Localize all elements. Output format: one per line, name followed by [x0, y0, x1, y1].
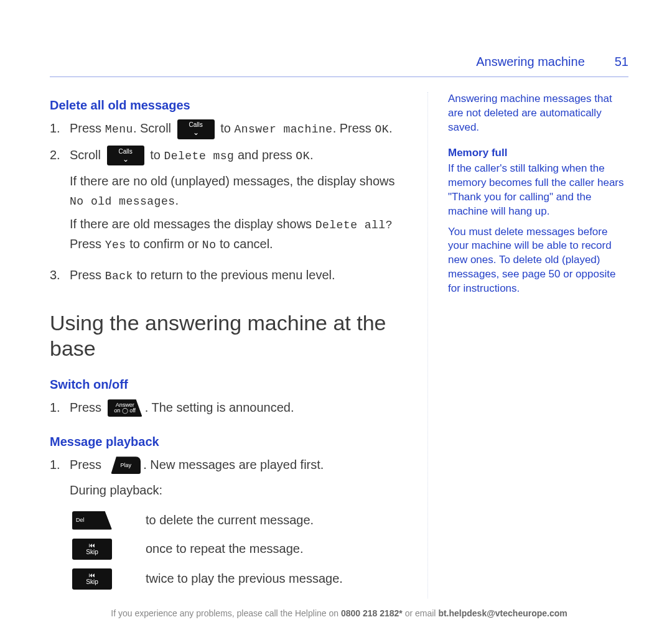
- answer-on-off-key-icon: Answeron ◯ off: [108, 399, 142, 417]
- osd-answer-machine: Answer machine: [234, 123, 332, 136]
- chevron-down-icon: ⌄: [193, 129, 199, 136]
- during-playback-label: During playback:: [70, 481, 408, 500]
- key-label: Skip: [86, 579, 98, 586]
- heading-base: Using the answering machine at the base: [50, 310, 408, 361]
- skip-back-key-icon: ⏮Skip: [72, 568, 112, 590]
- text: Press: [70, 237, 105, 251]
- text: Scroll: [70, 148, 105, 162]
- text: and press: [234, 148, 296, 162]
- step-body: Scroll Calls⌄ to Delete msg and press OK…: [70, 146, 408, 166]
- text: Press: [70, 401, 105, 414]
- osd-no: No: [202, 239, 217, 251]
- chevron-down-icon: ⌄: [123, 155, 129, 163]
- step-body: Press Menu. Scroll Calls⌄ to Answer mach…: [70, 119, 408, 139]
- step-number: 1.: [50, 119, 63, 139]
- calls-down-key-icon: Calls⌄: [107, 146, 144, 165]
- no-old-paragraph: If there are no old (unplayed) messages,…: [70, 172, 408, 211]
- key-label: Skip: [86, 549, 98, 556]
- osd-delete-all: Delete all?: [315, 219, 393, 231]
- play-key-icon: Play: [111, 457, 141, 474]
- text: . New messages are played first.: [143, 458, 324, 471]
- page: Answering machine 51 Delete all old mess…: [0, 0, 672, 635]
- page-number: 51: [615, 55, 628, 69]
- text: Press: [70, 121, 105, 135]
- running-header: Answering machine 51: [50, 55, 628, 69]
- text: . Press: [333, 121, 375, 135]
- playback-row-skip-back: ⏮Skip once to repeat the message.: [70, 539, 408, 560]
- key-label-bottom: on ◯ off: [114, 408, 136, 414]
- columns: Delete all old messages 1. Press Menu. S…: [50, 92, 628, 598]
- heading-switch: Switch on/off: [50, 378, 408, 392]
- header-rule: [50, 76, 628, 77]
- calls-down-key-icon: Calls⌄: [177, 119, 215, 139]
- osd-no-old: No old messages: [70, 195, 175, 208]
- osd-menu: Menu: [105, 123, 133, 136]
- step-body: Press Back to return to the previous men…: [70, 266, 408, 285]
- text: If there are old messages the display sh…: [70, 217, 315, 231]
- text: to: [147, 148, 164, 162]
- text: to cancel.: [216, 237, 273, 251]
- step-body: Press Play. New messages are played firs…: [70, 455, 408, 503]
- step-number: 2.: [50, 146, 63, 166]
- switch-step-1: 1. Press Answeron ◯ off. The setting is …: [50, 398, 408, 417]
- text: If there are no old (unplayed) messages,…: [70, 174, 395, 188]
- playback-row-skip-back-2: ⏮Skip twice to play the previous message…: [70, 568, 408, 590]
- text: Press: [70, 458, 105, 471]
- text: to confirm or: [126, 237, 202, 251]
- heading-delete-all: Delete all old messages: [50, 98, 408, 113]
- old-paragraph: If there are old messages the display sh…: [70, 215, 408, 254]
- delete-step-2: 2. Scroll Calls⌄ to Delete msg and press…: [50, 146, 408, 166]
- heading-playback: Message playback: [50, 435, 408, 449]
- osd-back: Back: [105, 270, 133, 282]
- step-number: 3.: [50, 266, 63, 285]
- text: to: [217, 121, 235, 135]
- delete-step-1: 1. Press Menu. Scroll Calls⌄ to Answer m…: [50, 119, 408, 139]
- text: .: [175, 193, 179, 207]
- side-note-memory-full-2: You must delete messages before your mac…: [448, 225, 628, 297]
- text: .: [310, 148, 314, 162]
- footer-text: or email: [403, 608, 439, 618]
- footer-email: bt.helpdesk@vtecheurope.com: [438, 608, 567, 618]
- playback-row-del: Del to delete the current message.: [70, 511, 408, 530]
- osd-ok: OK: [296, 150, 310, 162]
- section-title: Answering machine: [476, 55, 585, 69]
- side-note-memory-full-1: If the caller's still talking when the m…: [448, 162, 628, 219]
- playback-desc: once to repeat the message.: [146, 542, 304, 556]
- text: .: [389, 121, 393, 135]
- side-heading-memory-full: Memory full: [448, 146, 628, 160]
- page-footer: If you experience any problems, please c…: [50, 608, 628, 618]
- osd-delete-msg: Delete msg: [164, 150, 234, 162]
- side-note-autosave: Answering machine messages that are not …: [448, 92, 628, 135]
- del-key-icon: Del: [72, 511, 112, 530]
- playback-desc: to delete the current message.: [146, 513, 314, 527]
- column-divider: [427, 92, 428, 598]
- osd-yes: Yes: [105, 239, 126, 251]
- text: to return to the previous menu level.: [133, 268, 335, 282]
- text: . Scroll: [133, 121, 175, 135]
- key-label: Play: [120, 463, 131, 468]
- step-number: 1.: [50, 398, 63, 417]
- step-body: Press Answeron ◯ off. The setting is ann…: [70, 398, 408, 417]
- key-label: Del: [76, 517, 85, 523]
- footer-phone: 0800 218 2182*: [341, 608, 403, 618]
- playback-desc: twice to play the previous message.: [146, 572, 343, 586]
- main-column: Delete all old messages 1. Press Menu. S…: [50, 92, 408, 598]
- skip-back-key-icon: ⏮Skip: [72, 539, 112, 560]
- osd-ok: OK: [375, 123, 389, 136]
- step-number: 1.: [50, 455, 63, 503]
- footer-text: If you experience any problems, please c…: [111, 608, 341, 618]
- delete-step-3: 3. Press Back to return to the previous …: [50, 266, 408, 285]
- text: . The setting is announced.: [145, 401, 294, 414]
- playback-step-1: 1. Press Play. New messages are played f…: [50, 455, 408, 503]
- playback-table: Del to delete the current message. ⏮Skip…: [70, 511, 408, 590]
- text: Press: [70, 268, 105, 282]
- side-column: Answering machine messages that are not …: [448, 92, 628, 598]
